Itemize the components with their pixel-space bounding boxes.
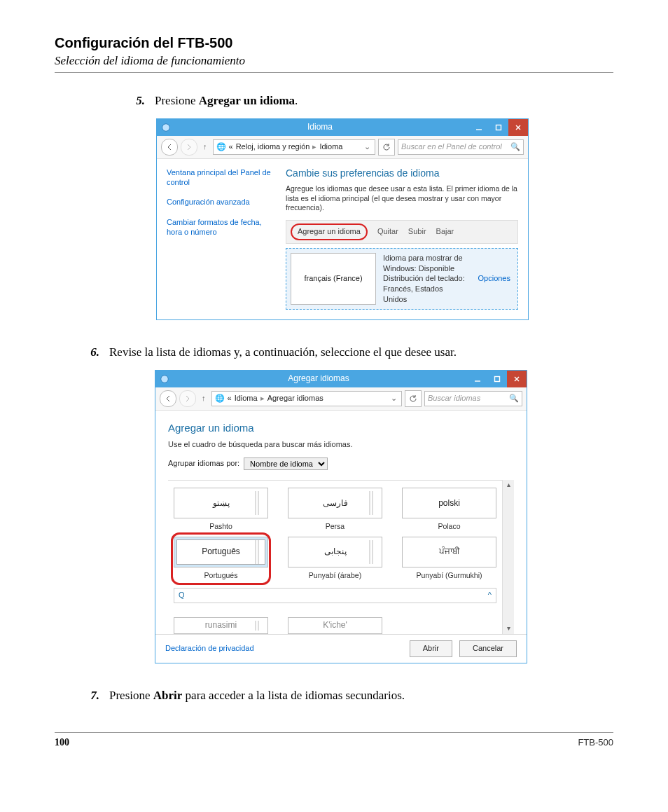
tile-caption: Persa bbox=[288, 521, 382, 532]
tile-native: K'iche' bbox=[323, 619, 347, 631]
window-idioma: Idioma ↑ 🌐 « bbox=[156, 118, 529, 320]
sidebar: Ventana principal del Panel de control C… bbox=[157, 159, 279, 319]
breadcrumb[interactable]: 🌐 « Idioma ▸ Agregar idiomas ⌄ bbox=[211, 391, 403, 406]
language-options-link[interactable]: Opciones bbox=[471, 249, 517, 309]
language-row[interactable]: français (France) Idioma para mostrar de… bbox=[286, 248, 518, 310]
svg-point-0 bbox=[162, 123, 170, 131]
language-tile-portugues[interactable]: Português Portugués bbox=[174, 537, 268, 581]
sidebar-link-advanced[interactable]: Configuración avanzada bbox=[167, 197, 272, 207]
language-info-line: Idioma para mostrar de Windows: Disponib… bbox=[383, 253, 468, 274]
open-button[interactable]: Abrir bbox=[410, 640, 452, 657]
address-bar: ↑ 🌐 « Idioma ▸ Agregar idiomas ⌄ Buscar … bbox=[155, 387, 527, 411]
step-bold: Agregar un idioma bbox=[199, 94, 295, 107]
svg-rect-2 bbox=[496, 125, 501, 130]
breadcrumb-prefix: « bbox=[228, 393, 232, 404]
window-icon bbox=[160, 374, 169, 384]
step-text-post: . bbox=[295, 94, 298, 107]
search-input[interactable]: Buscar en el Panel de control 🔍 bbox=[398, 139, 524, 155]
close-button[interactable] bbox=[508, 119, 528, 136]
back-button[interactable] bbox=[161, 139, 178, 156]
titlebar: Agregar idiomas bbox=[155, 371, 527, 387]
language-tile-runasimi[interactable]: runasimi bbox=[174, 617, 268, 634]
add-language-link[interactable]: Agregar un idioma bbox=[291, 223, 368, 240]
refresh-button[interactable] bbox=[405, 390, 422, 407]
maximize-button[interactable] bbox=[489, 119, 508, 136]
tile-native: polski bbox=[438, 497, 460, 509]
sidebar-link-formats[interactable]: Cambiar formatos de fecha, hora o número bbox=[167, 217, 272, 238]
breadcrumb[interactable]: 🌐 « Reloj, idioma y región ▸ Idioma ⌄ bbox=[213, 139, 376, 155]
scroll-down-icon[interactable]: ▾ bbox=[507, 624, 510, 634]
close-button[interactable] bbox=[507, 371, 527, 387]
breadcrumb-item[interactable]: Reloj, idioma y región bbox=[236, 142, 310, 153]
back-button[interactable] bbox=[160, 390, 176, 407]
scrollbar[interactable]: ▴ ▾ bbox=[502, 480, 514, 633]
language-tile-punyabi-arabic[interactable]: پنجابی Punyabí (árabe) bbox=[288, 537, 382, 581]
step-text: Presione bbox=[155, 94, 199, 107]
up-arrow[interactable]: ↑ bbox=[199, 393, 209, 404]
group-by-label: Agrupar idiomas por: bbox=[168, 458, 239, 469]
step-text-post: para acceder a la lista de idiomas secun… bbox=[182, 689, 405, 702]
language-grid-area: پښتو Pashto فارسى Persa polski bbox=[168, 480, 514, 633]
tile-caption: Polaco bbox=[402, 521, 496, 532]
globe-icon: 🌐 bbox=[215, 393, 225, 404]
breadcrumb-sep: ▸ bbox=[312, 142, 316, 153]
window-title: Agregar idiomas bbox=[169, 373, 468, 385]
step-number: 5. bbox=[128, 92, 145, 336]
page-number: 100 bbox=[55, 737, 69, 748]
add-language-description: Use el cuadro de búsqueda para buscar má… bbox=[168, 439, 514, 450]
remove-link[interactable]: Quitar bbox=[377, 226, 398, 238]
search-input[interactable]: Buscar idiomas 🔍 bbox=[424, 391, 522, 406]
breadcrumb-item[interactable]: Idioma bbox=[319, 142, 342, 153]
language-tile-punyabi-gurmukhi[interactable]: ਪੰਜਾਬੀ Punyabí (Gurmukhi) bbox=[402, 537, 496, 581]
breadcrumb-dropdown[interactable]: ⌄ bbox=[389, 393, 398, 404]
step-7: 7. Presione Abrir para acceder a la list… bbox=[83, 687, 613, 705]
window-title: Idioma bbox=[171, 121, 469, 133]
letter-label: Q bbox=[179, 590, 185, 601]
tile-native: runasimi bbox=[205, 619, 237, 631]
sidebar-link-main[interactable]: Ventana principal del Panel de control bbox=[167, 167, 272, 188]
tile-native: پنجابی bbox=[324, 546, 347, 558]
forward-button[interactable] bbox=[179, 390, 196, 407]
minimize-button[interactable] bbox=[469, 119, 489, 136]
up-arrow[interactable]: ↑ bbox=[200, 142, 210, 153]
address-bar: ↑ 🌐 « Reloj, idioma y región ▸ Idioma ⌄ … bbox=[157, 136, 528, 159]
language-toolbar: Agregar un idioma Quitar Subir Bajar bbox=[286, 220, 518, 244]
forward-button[interactable] bbox=[181, 139, 197, 156]
step-body: Revise la lista de idiomas y, a continua… bbox=[109, 344, 613, 679]
group-by-select[interactable]: Nombre de idioma bbox=[244, 457, 328, 470]
globe-icon: 🌐 bbox=[216, 142, 226, 153]
refresh-button[interactable] bbox=[378, 139, 395, 156]
collapse-icon[interactable]: ^ bbox=[488, 590, 492, 601]
language-tile-kiche[interactable]: K'iche' bbox=[288, 617, 382, 634]
privacy-link[interactable]: Declaración de privacidad bbox=[165, 643, 403, 654]
step-number: 6. bbox=[83, 344, 99, 679]
breadcrumb-dropdown[interactable]: ⌄ bbox=[362, 142, 372, 153]
page-footer: 100 FTB-500 bbox=[55, 732, 613, 748]
breadcrumb-prefix: « bbox=[229, 142, 233, 153]
svg-point-5 bbox=[161, 375, 169, 383]
step-bold: Abrir bbox=[153, 689, 183, 702]
breadcrumb-item[interactable]: Idioma bbox=[235, 393, 258, 404]
step-5: 5. Presione Agregar un idioma. Idioma bbox=[128, 92, 613, 336]
maximize-button[interactable] bbox=[487, 371, 507, 387]
language-tile-persa[interactable]: فارسى Persa bbox=[288, 488, 382, 532]
language-tile-polaco[interactable]: polski Polaco bbox=[402, 488, 496, 532]
language-name: français (France) bbox=[291, 253, 376, 305]
panel-heading: Cambie sus preferencias de idioma bbox=[286, 166, 518, 180]
breadcrumb-sep: ▸ bbox=[260, 393, 265, 404]
step-text: Revise la lista de idiomas y, a continua… bbox=[109, 345, 457, 359]
letter-divider[interactable]: Q ^ bbox=[174, 588, 496, 603]
window-add-languages: Agregar idiomas ↑ 🌐 « bbox=[155, 370, 527, 663]
window-controls bbox=[469, 119, 528, 136]
minimize-button[interactable] bbox=[468, 371, 487, 387]
move-down-link[interactable]: Bajar bbox=[436, 226, 454, 238]
step-6: 6. Revise la lista de idiomas y, a conti… bbox=[83, 344, 613, 679]
move-up-link[interactable]: Subir bbox=[408, 226, 426, 238]
bottom-bar: Declaración de privacidad Abrir Cancelar bbox=[155, 634, 527, 663]
window-icon bbox=[161, 123, 171, 132]
tile-native: فارسى bbox=[323, 497, 348, 509]
language-tile-pashto[interactable]: پښتو Pashto bbox=[174, 488, 268, 532]
cancel-button[interactable]: Cancelar bbox=[459, 640, 517, 657]
breadcrumb-item[interactable]: Agregar idiomas bbox=[267, 393, 323, 404]
search-icon: 🔍 bbox=[510, 142, 520, 153]
